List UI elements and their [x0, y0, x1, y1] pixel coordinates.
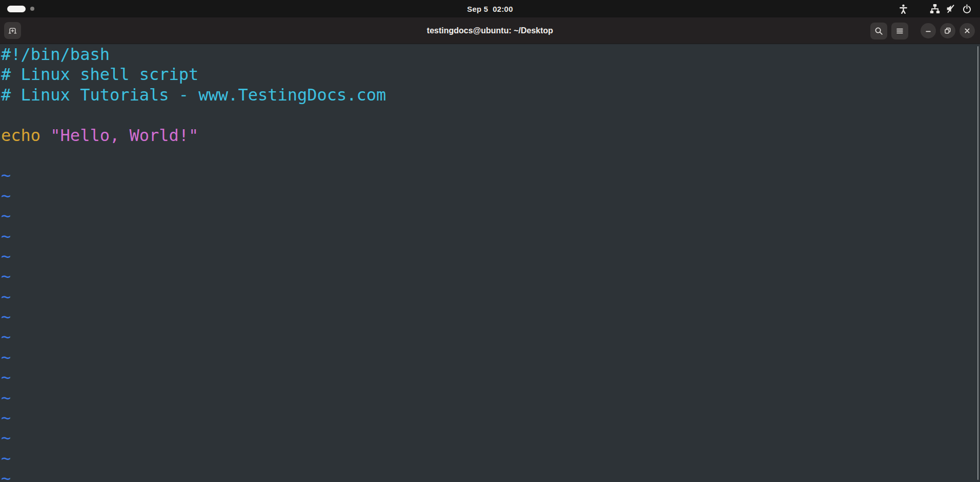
- terminal-line: [1, 146, 980, 166]
- workspace-dot-inactive[interactable]: [30, 7, 34, 11]
- restore-window-icon: [944, 27, 952, 35]
- clock-time: 02:00: [493, 5, 513, 13]
- vim-empty-line: ~: [1, 327, 980, 347]
- vim-empty-line: ~: [1, 166, 980, 186]
- vim-empty-line: ~: [1, 348, 980, 368]
- vim-empty-line: ~: [1, 408, 980, 428]
- clock[interactable]: Sep 5 02:00: [467, 0, 513, 17]
- accessibility-icon[interactable]: [897, 3, 909, 14]
- vim-empty-line: ~: [1, 227, 980, 247]
- clock-date: Sep 5: [467, 5, 488, 13]
- close-button[interactable]: [959, 23, 975, 38]
- terminal-line: # Linux shell script: [1, 65, 980, 85]
- vim-empty-line: ~: [1, 388, 980, 408]
- search-icon: [874, 27, 883, 35]
- terminal-line: # Linux Tutorials - www.TestingDocs.com: [1, 85, 980, 105]
- terminal-scrollbar[interactable]: [977, 46, 978, 480]
- minimize-button[interactable]: [921, 23, 936, 38]
- volume-muted-icon[interactable]: [945, 3, 956, 14]
- vim-empty-line: ~: [1, 206, 980, 226]
- vim-empty-line: ~: [1, 428, 980, 448]
- new-tab-icon: [8, 26, 17, 35]
- hamburger-menu-icon: [895, 27, 904, 35]
- minimize-icon: [924, 27, 932, 35]
- terminal-titlebar[interactable]: testingdocs@ubuntu: ~/Desktop: [0, 17, 980, 44]
- search-button[interactable]: [870, 23, 887, 39]
- workspace-indicator[interactable]: [7, 0, 34, 17]
- workspace-pill-active[interactable]: [7, 6, 26, 12]
- system-top-bar: Sep 5 02:00: [0, 0, 980, 17]
- new-tab-button[interactable]: [4, 22, 21, 39]
- vim-empty-line: ~: [1, 368, 980, 388]
- vim-empty-line: ~: [1, 469, 980, 482]
- power-icon[interactable]: [961, 3, 972, 14]
- menu-button[interactable]: [891, 23, 908, 39]
- vim-empty-line: ~: [1, 247, 980, 267]
- maximize-restore-button[interactable]: [940, 23, 955, 38]
- vim-empty-line: ~: [1, 267, 980, 287]
- network-wired-icon[interactable]: [929, 3, 941, 14]
- terminal-line: echo "Hello, World!": [1, 126, 980, 146]
- vim-empty-line: ~: [1, 287, 980, 307]
- terminal-content[interactable]: #!/bin/bash# Linux shell script# Linux T…: [0, 45, 980, 482]
- vim-empty-line: ~: [1, 307, 980, 327]
- desktop: Sep 5 02:00: [0, 0, 980, 482]
- vim-empty-line: ~: [1, 449, 980, 469]
- window-title: testingdocs@ubuntu: ~/Desktop: [427, 26, 553, 35]
- terminal-line: [1, 105, 980, 125]
- vim-empty-line: ~: [1, 186, 980, 206]
- close-icon: [963, 27, 971, 35]
- system-status-area[interactable]: [897, 0, 972, 17]
- terminal-line: #!/bin/bash: [1, 45, 980, 65]
